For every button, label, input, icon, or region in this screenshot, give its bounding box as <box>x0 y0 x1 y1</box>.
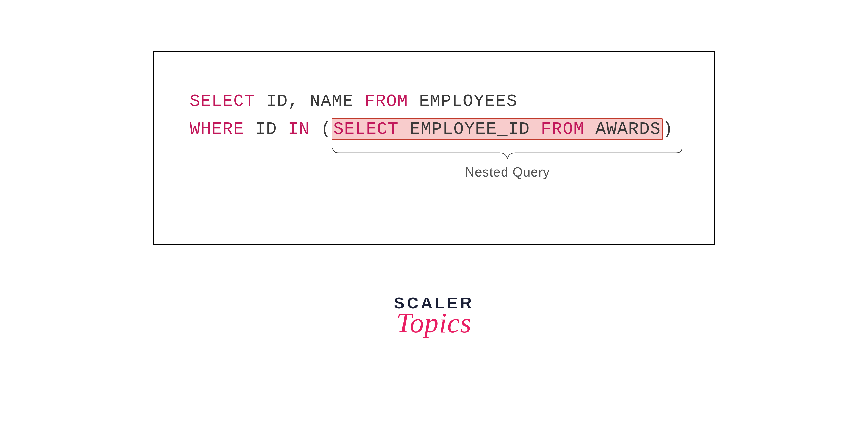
paren-open: ( <box>310 119 332 139</box>
columns-text: ID, NAME <box>255 91 365 111</box>
column-id-text: ID <box>244 119 288 139</box>
keyword-select: SELECT <box>190 91 255 111</box>
keyword-from: FROM <box>365 91 408 111</box>
scaler-topics-logo: SCALER Topics <box>394 294 474 339</box>
table-text: EMPLOYEES <box>408 91 517 111</box>
sql-line-2: WHERE ID IN (SELECT EMPLOYEE_ID FROM AWA… <box>190 115 688 143</box>
logo-text-topics: Topics <box>394 307 474 339</box>
nested-query-label: Nested Query <box>331 164 683 180</box>
nested-keyword-select: SELECT <box>333 119 399 139</box>
curly-brace-icon <box>331 146 683 162</box>
keyword-where: WHERE <box>190 119 244 139</box>
keyword-in: IN <box>288 119 310 139</box>
nested-column-text: EMPLOYEE_ID <box>399 119 541 139</box>
nested-keyword-from: FROM <box>541 119 585 139</box>
sql-diagram-box: SELECT ID, NAME FROM EMPLOYEES WHERE ID … <box>153 51 715 245</box>
nested-table-text: AWARDS <box>585 119 661 139</box>
sql-line-1: SELECT ID, NAME FROM EMPLOYEES <box>190 88 688 115</box>
curly-brace-annotation <box>331 146 683 162</box>
nested-query-highlight: SELECT EMPLOYEE_ID FROM AWARDS <box>332 118 662 140</box>
paren-close: ) <box>662 119 674 139</box>
